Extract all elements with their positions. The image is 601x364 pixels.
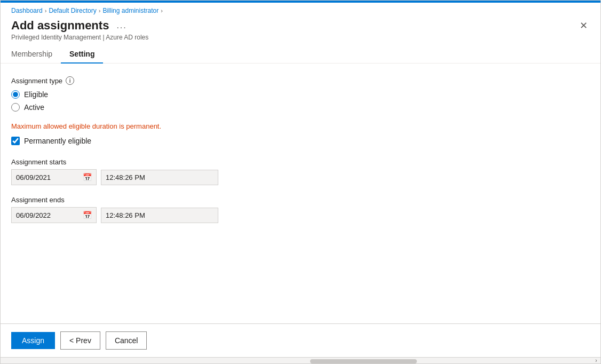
radio-active-label: Active bbox=[24, 103, 44, 112]
permanently-eligible-checkbox[interactable] bbox=[11, 137, 20, 145]
calendar-icon-starts[interactable]: 📅 bbox=[83, 173, 92, 181]
radio-item-eligible[interactable]: Eligible bbox=[11, 90, 590, 99]
breadcrumb-default-directory[interactable]: Default Directory bbox=[49, 7, 96, 14]
subtitle: Privileged Identity Management | Azure A… bbox=[11, 34, 148, 41]
radio-eligible-label: Eligible bbox=[24, 90, 48, 99]
footer: Assign < Prev Cancel bbox=[1, 323, 600, 357]
assign-button[interactable]: Assign bbox=[11, 332, 55, 349]
assignment-starts-row: 06/09/2021 📅 12:48:26 PM bbox=[11, 169, 590, 185]
radio-active[interactable] bbox=[11, 103, 20, 112]
permanently-eligible-label[interactable]: Permanently eligible bbox=[24, 137, 91, 145]
header-left: Add assignments ... Privileged Identity … bbox=[11, 19, 148, 41]
calendar-icon-ends[interactable]: 📅 bbox=[83, 211, 92, 219]
assignment-ends-section: Assignment ends 06/09/2022 📅 12:48:26 PM bbox=[11, 196, 590, 223]
breadcrumb: Dashboard › Default Directory › Billing … bbox=[1, 3, 600, 17]
header: Add assignments ... Privileged Identity … bbox=[1, 17, 600, 45]
permanently-eligible-item: Permanently eligible bbox=[11, 137, 590, 145]
breadcrumb-dashboard[interactable]: Dashboard bbox=[11, 7, 43, 14]
radio-item-active[interactable]: Active bbox=[11, 103, 590, 112]
page-title: Add assignments bbox=[11, 19, 109, 33]
tab-membership[interactable]: Membership bbox=[11, 45, 61, 64]
scrollbar-area: ‹ › bbox=[1, 357, 600, 363]
radio-eligible[interactable] bbox=[11, 90, 20, 99]
assignment-starts-date-text: 06/09/2021 bbox=[16, 173, 80, 181]
close-button[interactable]: ✕ bbox=[578, 19, 590, 33]
info-message: Maximum allowed eligible duration is per… bbox=[11, 122, 590, 130]
breadcrumb-sep-1: › bbox=[45, 7, 47, 14]
assignment-ends-row: 06/09/2022 📅 12:48:26 PM bbox=[11, 207, 590, 223]
assignment-type-info-icon[interactable]: i bbox=[66, 76, 74, 85]
breadcrumb-sep-3: › bbox=[161, 7, 163, 14]
assignment-ends-label: Assignment ends bbox=[11, 196, 590, 204]
ellipsis-button[interactable]: ... bbox=[114, 20, 129, 31]
main-container: Dashboard › Default Directory › Billing … bbox=[0, 0, 601, 364]
content-area: Assignment type i Eligible Active Maximu… bbox=[1, 64, 600, 323]
assignment-type-radio-group: Eligible Active bbox=[11, 90, 590, 112]
assignment-starts-label: Assignment starts bbox=[11, 158, 590, 166]
assignment-starts-section: Assignment starts 06/09/2021 📅 12:48:26 … bbox=[11, 158, 590, 185]
tabs: Membership Setting bbox=[1, 45, 600, 64]
breadcrumb-billing-admin[interactable]: Billing administrator bbox=[102, 7, 159, 14]
tab-setting[interactable]: Setting bbox=[61, 45, 103, 64]
assignment-starts-time-input[interactable]: 12:48:26 PM bbox=[101, 170, 218, 185]
assignment-ends-time-input[interactable]: 12:48:26 PM bbox=[101, 208, 218, 223]
breadcrumb-sep-2: › bbox=[99, 7, 101, 14]
scroll-right-arrow[interactable]: › bbox=[592, 357, 600, 363]
assignment-type-label: Assignment type i bbox=[11, 76, 590, 85]
cancel-button[interactable]: Cancel bbox=[106, 331, 147, 350]
assignment-ends-date-text: 06/09/2022 bbox=[16, 211, 80, 219]
assignment-ends-date-input[interactable]: 06/09/2022 📅 bbox=[11, 207, 97, 223]
scrollbar-track bbox=[1, 359, 600, 363]
title-row: Add assignments ... bbox=[11, 19, 148, 33]
assignment-starts-date-input[interactable]: 06/09/2021 📅 bbox=[11, 169, 97, 185]
prev-button[interactable]: < Prev bbox=[60, 331, 100, 350]
scrollbar-thumb[interactable] bbox=[310, 359, 417, 363]
